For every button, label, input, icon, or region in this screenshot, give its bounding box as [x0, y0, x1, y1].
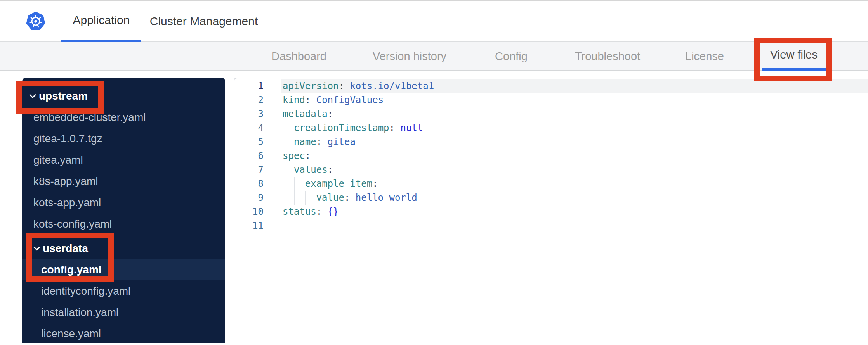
- subtab-view-files-label: View files: [770, 48, 818, 61]
- indent-guide: [283, 191, 294, 205]
- line-number: 11: [234, 219, 264, 233]
- tab-application[interactable]: Application: [61, 1, 141, 42]
- subtab-troubleshoot[interactable]: Troubleshoot: [566, 42, 649, 71]
- indent-guide: [294, 177, 305, 191]
- chevron-down-icon: [28, 92, 37, 100]
- line-number: 8: [234, 177, 264, 191]
- chevron-down-icon: [33, 244, 41, 253]
- indent-guide: [283, 163, 294, 177]
- kubernetes-logo[interactable]: [26, 11, 46, 32]
- tree-file-identityconfig.yaml[interactable]: identityconfig.yaml: [22, 280, 225, 302]
- code-text: apiVersion: kots.io/v1beta1: [283, 79, 434, 93]
- kots-admin-console: Application Cluster Management Dashboard…: [0, 0, 868, 345]
- code-text: metadata:: [283, 107, 333, 121]
- top-nav: Application Cluster Management: [0, 0, 868, 42]
- code-text: status: {}: [283, 205, 339, 219]
- tree-item-label: identityconfig.yaml: [41, 285, 130, 297]
- indent-guide: [294, 191, 305, 205]
- tree-file-license.yaml[interactable]: license.yaml: [22, 323, 225, 343]
- tree-folder-userdata[interactable]: userdata: [22, 238, 225, 259]
- code-line-5: 5name: gitea: [234, 135, 868, 149]
- subtab-config-label: Config: [495, 50, 528, 63]
- tree-item-label: config.yaml: [41, 264, 102, 276]
- tab-cluster-management[interactable]: Cluster Management: [149, 1, 259, 42]
- subtab-license[interactable]: License: [677, 42, 733, 71]
- tree-folder-upstream[interactable]: upstream: [22, 85, 225, 107]
- tree-item-label: installation.yaml: [41, 306, 118, 319]
- tree-file-config.yaml[interactable]: config.yaml: [22, 259, 225, 280]
- line-number: 6: [234, 149, 264, 163]
- file-tree-sidebar: upstreamembedded-cluster.yamlgitea-1.0.7…: [22, 78, 225, 343]
- indent-guide: [283, 177, 294, 191]
- code-line-4: 4creationTimestamp: null: [234, 121, 868, 135]
- tab-cluster-management-label: Cluster Management: [150, 15, 258, 28]
- subtab-config[interactable]: Config: [486, 42, 536, 71]
- code-text: name: gitea: [283, 135, 356, 149]
- tree-item-label: gitea-1.0.7.tgz: [33, 133, 102, 145]
- code-line-10: 10status: {}: [234, 205, 868, 219]
- line-number: 9: [234, 191, 264, 205]
- tree-file-gitea-1.0.7.tgz[interactable]: gitea-1.0.7.tgz: [22, 128, 225, 149]
- code-line-9: 9value: hello world: [234, 191, 868, 205]
- line-number: 3: [234, 107, 264, 121]
- line-number: 7: [234, 163, 264, 177]
- code-text: kind: ConfigValues: [283, 93, 384, 107]
- code-text: value: hello world: [283, 191, 417, 205]
- line-number: 4: [234, 121, 264, 135]
- line-number: 5: [234, 135, 264, 149]
- tab-application-label: Application: [73, 14, 130, 27]
- line-number: 1: [234, 79, 264, 93]
- tree-item-label: kots-config.yaml: [33, 218, 112, 230]
- subtab-troubleshoot-label: Troubleshoot: [575, 50, 640, 63]
- line-number: 2: [234, 93, 264, 107]
- subtab-license-label: License: [685, 50, 724, 63]
- tree-item-label: k8s-app.yaml: [33, 175, 98, 188]
- subtab-version-history[interactable]: Version history: [364, 42, 455, 71]
- subtab-view-files[interactable]: View files: [762, 42, 826, 71]
- code-line-1: 1apiVersion: kots.io/v1beta1: [234, 79, 868, 93]
- code-line-3: 3metadata:: [234, 107, 868, 121]
- indent-guide: [283, 135, 294, 149]
- tree-file-embedded-cluster.yaml[interactable]: embedded-cluster.yaml: [22, 107, 225, 128]
- code-text: example_item:: [283, 177, 378, 191]
- tree-item-label: license.yaml: [41, 328, 101, 340]
- tree-file-k8s-app.yaml[interactable]: k8s-app.yaml: [22, 171, 225, 192]
- indent-guide: [305, 191, 316, 205]
- code-line-7: 7values:: [234, 163, 868, 177]
- code-text: creationTimestamp: null: [283, 121, 423, 135]
- line-number: 10: [234, 205, 264, 219]
- code-line-6: 6spec:: [234, 149, 868, 163]
- tree-item-label: kots-app.yaml: [33, 197, 101, 209]
- code-line-11: 11: [234, 219, 868, 233]
- tree-item-label: userdata: [43, 242, 88, 255]
- tree-file-kots-app.yaml[interactable]: kots-app.yaml: [22, 192, 225, 213]
- tree-file-gitea.yaml[interactable]: gitea.yaml: [22, 149, 225, 171]
- tree-file-kots-config.yaml[interactable]: kots-config.yaml: [22, 213, 225, 235]
- indent-guide: [283, 121, 294, 135]
- tree-item-label: gitea.yaml: [33, 154, 83, 166]
- tree-file-installation.yaml[interactable]: installation.yaml: [22, 302, 225, 323]
- subtab-dashboard[interactable]: Dashboard: [263, 42, 335, 71]
- code-line-8: 8example_item:: [234, 177, 868, 191]
- tree-item-label: embedded-cluster.yaml: [33, 111, 146, 124]
- tree-item-label: upstream: [39, 90, 88, 102]
- code-line-2: 2kind: ConfigValues: [234, 93, 868, 107]
- code-text: spec:: [283, 149, 311, 163]
- subtab-dashboard-label: Dashboard: [271, 50, 326, 63]
- subtab-version-history-label: Version history: [373, 50, 446, 63]
- yaml-editor[interactable]: 1apiVersion: kots.io/v1beta12kind: Confi…: [234, 78, 868, 345]
- code-text: values:: [283, 163, 333, 177]
- app-sub-nav: Dashboard Version history Config Trouble…: [0, 42, 868, 71]
